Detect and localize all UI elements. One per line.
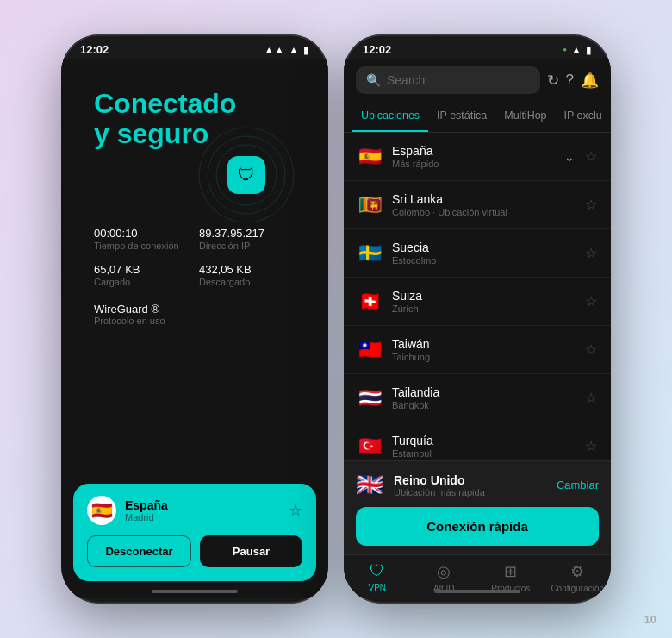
action-buttons: Desconectar Pausar [87, 535, 302, 567]
server-sub: Más rápido [392, 159, 564, 169]
list-item[interactable]: 🇱🇰 Sri Lanka Colombo · Ubicación virtual… [344, 181, 611, 229]
bottom-location-card: 🇪🇸 España Madrid ☆ Desconectar Pausar [73, 484, 316, 581]
stat-time-value: 00:00:10 [94, 227, 190, 240]
tab-ubicaciones[interactable]: Ubicaciones [352, 103, 428, 132]
server-name: Tailandia [392, 385, 585, 399]
server-info-tailandia: Tailandia Bangkok [392, 385, 585, 410]
settings-nav-icon: ⚙ [570, 562, 584, 581]
flag-sri-lanka: 🇱🇰 [358, 194, 382, 216]
flag-tailandia: 🇹🇭 [358, 387, 382, 410]
disconnect-button[interactable]: Desconectar [87, 535, 191, 567]
search-input[interactable]: Search [387, 73, 425, 87]
server-name: España [392, 144, 564, 158]
expand-icon[interactable]: ⌄ [564, 150, 575, 164]
products-nav-icon: ⊞ [504, 562, 517, 581]
server-name: Suiza [392, 289, 585, 303]
tabs-row: Ubicaciones IP estática MultiHop IP excl… [344, 101, 611, 133]
card-header: 🇪🇸 España Madrid ☆ [87, 496, 302, 525]
home-indicator [152, 590, 238, 593]
list-item[interactable]: 🇹🇼 Taiwán Taichung ☆ [344, 326, 611, 374]
nav-products[interactable]: ⊞ Productos [477, 562, 544, 593]
favorite-icon[interactable]: ☆ [585, 438, 597, 454]
battery-icon-right: ▮ [586, 44, 592, 56]
vpn-nav-icon: 🛡 [370, 562, 385, 580]
stat-download-label: Descargado [199, 277, 296, 287]
list-item[interactable]: 🇹🇷 Turquía Estambul ☆ [344, 422, 611, 460]
favorite-icon[interactable]: ☆ [585, 341, 597, 358]
signal-icon: ▲▲ [264, 44, 284, 56]
right-status-bar: 12:02 ● ▲ ▮ [344, 34, 611, 59]
server-sub: Zúrich [392, 303, 585, 314]
stat-connection-time: 00:00:10 Tiempo de conexión [94, 227, 190, 251]
tab-ip-estatica[interactable]: IP estática [428, 103, 495, 132]
left-status-bar: 12:02 ▲▲ ▲ ▮ [61, 34, 328, 59]
cambiar-button[interactable]: Cambiar [557, 478, 599, 491]
protocol-value: WireGuard ® [94, 303, 296, 316]
status-line1: Conectado [94, 89, 296, 119]
nav-vpn[interactable]: 🛡 VPN [344, 562, 411, 593]
right-phone: 12:02 ● ▲ ▮ 🔍 Search ↻ ? 🔔 [344, 34, 611, 604]
server-actions: ☆ [585, 197, 597, 213]
nav-settings-label: Configuración [551, 584, 604, 593]
favorite-icon[interactable]: ☆ [585, 390, 597, 406]
favorite-icon[interactable]: ☆ [585, 245, 597, 261]
server-info-suecia: Suecia Estocolmo [392, 241, 585, 266]
flag-turquia: 🇹🇷 [358, 435, 382, 458]
stat-time-label: Tiempo de conexión [94, 241, 190, 251]
help-icon[interactable]: ? [566, 72, 574, 89]
list-item[interactable]: 🇪🇸 España Más rápido ⌄ ☆ [344, 133, 611, 181]
nav-altid[interactable]: ◎ Alt ID [411, 562, 478, 593]
list-item[interactable]: 🇹🇭 Tailandia Bangkok ☆ [344, 374, 611, 422]
favorite-icon[interactable]: ☆ [585, 148, 597, 165]
stats-grid: 00:00:10 Tiempo de conexión 89.37.95.217… [94, 227, 296, 287]
left-status-icons: ▲▲ ▲ ▮ [264, 44, 309, 56]
tab-multihop[interactable]: MultiHop [495, 103, 555, 132]
right-time: 12:02 [363, 43, 391, 56]
pause-button[interactable]: Pausar [200, 535, 302, 567]
server-info-sri-lanka: Sri Lanka Colombo · Ubicación virtual [392, 192, 585, 217]
quick-country-row: 🇬🇧 Reino Unido Ubicación más rápida Camb… [356, 472, 599, 498]
server-sub: Estocolmo [392, 255, 585, 266]
search-box[interactable]: 🔍 Search [356, 66, 540, 94]
left-screen: Conectado y seguro 🛡 00: [61, 59, 328, 598]
server-name: Suecia [392, 241, 585, 254]
quick-connect-section: 🇬🇧 Reino Unido Ubicación más rápida Camb… [344, 460, 611, 554]
stat-upload-value: 65,07 KB [94, 263, 190, 276]
right-screen: 🔍 Search ↻ ? 🔔 Ubicaciones IP estática M… [344, 59, 611, 598]
stat-download-value: 432,05 KB [199, 263, 296, 276]
left-camera [190, 43, 199, 52]
refresh-icon[interactable]: ↻ [547, 72, 559, 90]
server-actions: ☆ [585, 438, 597, 454]
server-sub: Estambul [392, 448, 585, 459]
quick-connect-button[interactable]: Conexión rápida [356, 507, 599, 546]
favorite-star-icon[interactable]: ☆ [289, 501, 302, 520]
server-actions: ⌄ ☆ [564, 148, 597, 165]
left-time: 12:02 [80, 43, 109, 56]
server-name: Turquía [392, 434, 585, 447]
phones-container: 12:02 ▲▲ ▲ ▮ Conectado y seguro [61, 34, 611, 604]
right-camera [473, 43, 482, 52]
stat-ip-label: Dirección IP [199, 241, 296, 251]
server-actions: ☆ [585, 341, 597, 358]
flag-españa: 🇪🇸 [358, 146, 382, 168]
stat-download: 432,05 KB Descargado [199, 263, 296, 287]
favorite-icon[interactable]: ☆ [585, 293, 597, 310]
right-status-icons: ● ▲ ▮ [563, 44, 592, 56]
dot-icon: ● [563, 46, 567, 53]
shield-icon: 🛡 [238, 166, 255, 185]
server-actions: ☆ [585, 293, 597, 310]
nav-settings[interactable]: ⚙ Configuración [544, 562, 612, 593]
list-item[interactable]: 🇸🇪 Suecia Estocolmo ☆ [344, 229, 611, 278]
list-item[interactable]: 🇨🇭 Suiza Zúrich ☆ [344, 278, 611, 326]
quick-location-sub: Ubicación más rápida [394, 487, 557, 497]
protocol-label: Protocolo en uso [94, 316, 296, 326]
server-sub: Bangkok [392, 400, 585, 410]
server-name: Taiwán [392, 337, 585, 351]
favorite-icon[interactable]: ☆ [585, 197, 597, 213]
notification-icon[interactable]: 🔔 [581, 72, 599, 90]
wifi-icon: ▲ [289, 44, 299, 56]
server-sub: Colombo · Ubicación virtual [392, 207, 585, 217]
tab-ip-exclu[interactable]: IP exclu [556, 103, 611, 132]
stat-upload-label: Cargado [94, 277, 190, 287]
battery-icon: ▮ [303, 44, 309, 56]
